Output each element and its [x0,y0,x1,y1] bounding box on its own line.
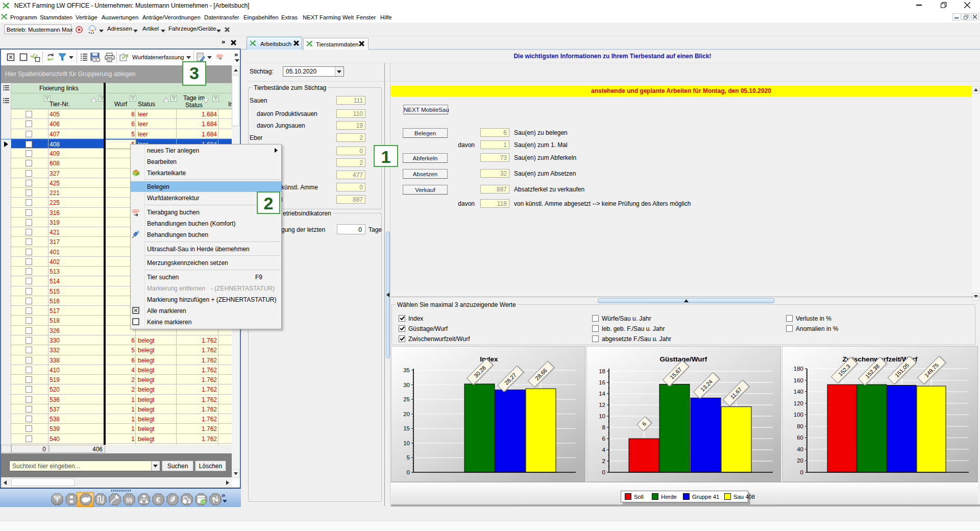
svg-text:40: 40 [797,446,803,452]
svg-text:0: 0 [407,469,410,475]
svg-text:16: 16 [599,379,605,385]
svg-text:160: 160 [794,377,803,383]
svg-text:25: 25 [403,396,410,402]
svg-text:180: 180 [794,366,803,372]
svg-text:15: 15 [403,425,410,431]
svg-text:€: € [156,496,160,504]
svg-text:20: 20 [403,411,410,417]
svg-text:14: 14 [599,391,605,397]
svg-text:10: 10 [599,413,605,419]
svg-text:140: 140 [794,389,803,395]
svg-text:5: 5 [407,454,410,461]
svg-text:20: 20 [797,457,803,464]
svg-text:12: 12 [599,402,605,408]
svg-text:80: 80 [797,423,803,429]
svg-text:100: 100 [794,412,803,418]
svg-text:35: 35 [403,367,410,373]
svg-text:8: 8 [602,424,605,430]
svg-text:10: 10 [403,440,410,446]
svg-text:§§: §§ [126,497,132,503]
svg-text:18: 18 [599,368,605,374]
svg-text:2: 2 [602,458,605,464]
svg-text:120: 120 [794,400,803,406]
svg-text:0: 0 [602,469,605,475]
svg-text:4: 4 [602,447,606,453]
svg-text:0: 0 [800,469,803,475]
svg-text:30: 30 [403,382,410,388]
svg-text:6: 6 [602,436,605,442]
svg-text:25: 25 [201,500,205,504]
svg-text:60: 60 [797,435,803,441]
